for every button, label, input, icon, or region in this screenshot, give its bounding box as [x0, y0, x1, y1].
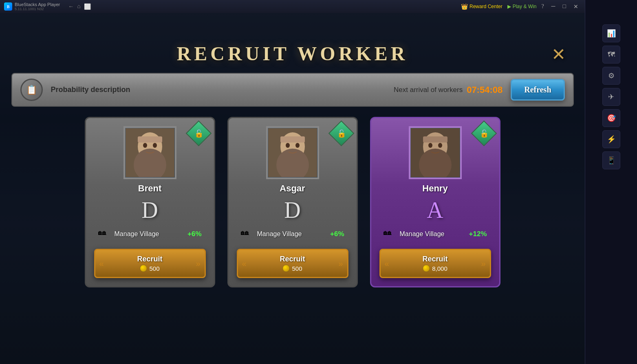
info-bar: 📋 Probability description Next arrival o…: [11, 73, 574, 107]
app-version: 5.11.11.1001 N32: [15, 7, 60, 11]
cost-value-asgar: 500: [292, 265, 302, 272]
reward-center-button[interactable]: 👑 Reward Center: [461, 3, 503, 10]
modal-close-button[interactable]: ✕: [551, 44, 566, 64]
worker-cards-container: 🔓 Brent D 🏘: [11, 117, 574, 287]
sidebar-icon-7[interactable]: 📱: [602, 151, 620, 169]
modal-title-area: RECRUIT WORKER: [11, 42, 574, 65]
recruit-worker-modal: RECRUIT WORKER ✕ 📋 Probability descripti…: [11, 42, 574, 327]
avatar-asgar: [266, 126, 319, 179]
lock-badge-henry: 🔓: [475, 124, 493, 143]
unlock-icon: 🔓: [194, 129, 203, 138]
recruit-label-brent: Recruit: [137, 255, 162, 263]
worker-card-brent: 🔓 Brent D 🏘: [85, 117, 215, 287]
timer-value: 07:54:08: [467, 85, 503, 95]
recruit-cost-brent: 500: [140, 265, 159, 272]
skill-bonus-brent: +6%: [187, 230, 202, 238]
window-controls: ─ □ ✕: [549, 2, 581, 11]
svg-rect-17: [423, 136, 447, 143]
skill-bonus-asgar: +6%: [330, 230, 344, 238]
svg-point-16: [438, 143, 442, 148]
face-svg-henry: [411, 128, 460, 177]
diamond-icon-henry: 🔓: [471, 121, 497, 147]
app-logo: B BlueStacks App Player 5.11.11.1001 N32: [0, 2, 64, 11]
skill-name-asgar: Manage Village: [257, 230, 327, 238]
refresh-button[interactable]: Refresh: [511, 79, 564, 101]
svg-rect-11: [280, 136, 305, 143]
village-icon-brent: 🏘: [98, 228, 111, 241]
worker-name-brent: Brent: [138, 183, 161, 194]
home-icon[interactable]: ⌂: [77, 3, 80, 10]
grade-asgar: D: [284, 199, 300, 221]
app-name: BlueStacks App Player: [15, 2, 60, 7]
skill-name-henry: Manage Village: [400, 230, 466, 238]
diamond-icon: 🔓: [185, 121, 212, 147]
recruit-cost-henry: 8,000: [423, 265, 447, 272]
grade-henry: A: [427, 199, 443, 221]
titlebar-nav: ← ⌂ ⬜: [68, 3, 90, 10]
cost-value-brent: 500: [149, 265, 159, 272]
unlock-icon-henry: 🔓: [479, 129, 488, 138]
worker-card-asgar: 🔓 Asgar D 🏘: [227, 117, 358, 287]
recruit-cost-asgar: 500: [282, 265, 302, 272]
village-icon-henry: 🏘: [384, 228, 397, 241]
lock-badge-brent: 🔓: [190, 124, 208, 143]
diamond-icon-asgar: 🔓: [328, 121, 354, 147]
svg-rect-5: [138, 136, 162, 143]
svg-point-15: [428, 143, 432, 148]
svg-point-4: [153, 143, 157, 148]
cost-coin-icon-henry: [423, 265, 430, 272]
minimize-button[interactable]: ─: [549, 2, 558, 11]
cost-coin-icon-brent: [140, 265, 147, 272]
recruit-button-henry[interactable]: Recruit 8,000: [379, 249, 491, 278]
close-button[interactable]: ✕: [571, 2, 581, 11]
recruit-label-henry: Recruit: [422, 255, 447, 263]
maximize-button[interactable]: □: [560, 2, 569, 11]
back-icon[interactable]: ←: [68, 3, 74, 10]
sidebar-icon-6[interactable]: ⚡: [602, 130, 620, 148]
probability-description[interactable]: Probability description: [51, 86, 130, 94]
recruit-button-asgar[interactable]: Recruit 500: [237, 249, 348, 278]
sidebar-icon-2[interactable]: 🗺: [602, 46, 620, 64]
play-win-button[interactable]: ▶ Play & Win: [507, 4, 537, 9]
skill-bonus-henry: +12%: [469, 230, 487, 238]
bluestacks-icon: B: [4, 2, 12, 11]
cost-coin-icon-asgar: [282, 265, 290, 272]
grade-brent: D: [141, 199, 158, 221]
timer-label: Next arrival of workers: [394, 86, 463, 94]
svg-point-9: [286, 143, 290, 148]
right-sidebar: 📊 🗺 ⚙ ✈ 🎯 ⚡ 📱: [585, 0, 637, 364]
probability-icon: 📋: [20, 79, 43, 101]
skill-name-brent: Manage Village: [115, 230, 185, 238]
modal-title: RECRUIT WORKER: [177, 43, 408, 64]
tab-icon[interactable]: ⬜: [84, 3, 91, 10]
skill-row-henry: 🏘 Manage Village +12%: [379, 228, 491, 241]
village-icon-asgar: 🏘: [241, 228, 254, 241]
help-icon[interactable]: ?: [541, 3, 544, 10]
titlebar-right: 👑 Reward Center ▶ Play & Win ? ─ □ ✕: [461, 2, 585, 11]
cost-value-henry: 8,000: [432, 265, 447, 272]
svg-point-3: [143, 143, 147, 148]
svg-point-10: [295, 143, 300, 148]
titlebar: B BlueStacks App Player 5.11.11.1001 N32…: [0, 0, 585, 13]
worker-name-asgar: Asgar: [280, 183, 305, 194]
recruit-button-brent[interactable]: Recruit 500: [94, 249, 206, 278]
skill-row-asgar: 🏘 Manage Village +6%: [237, 228, 348, 241]
unlock-icon-asgar: 🔓: [337, 129, 346, 138]
worker-card-henry: 🔓 Henry A 🏘: [370, 117, 500, 287]
lock-badge-asgar: 🔓: [332, 124, 350, 143]
sidebar-icon-5[interactable]: 🎯: [602, 109, 620, 127]
sidebar-icon-4[interactable]: ✈: [602, 88, 620, 106]
timer-section: Next arrival of workers 07:54:08: [394, 85, 503, 95]
sidebar-icon-3[interactable]: ⚙: [602, 67, 620, 85]
avatar-henry: [409, 126, 462, 179]
modal-overlay: RECRUIT WORKER ✕ 📋 Probability descripti…: [0, 13, 585, 364]
face-svg-asgar: [268, 128, 317, 177]
worker-name-henry: Henry: [422, 183, 447, 194]
face-svg-brent: [126, 128, 174, 177]
avatar-brent: [123, 126, 176, 179]
recruit-label-asgar: Recruit: [280, 255, 305, 263]
skill-row-brent: 🏘 Manage Village +6%: [94, 228, 206, 241]
sidebar-icon-1[interactable]: 📊: [602, 24, 620, 42]
